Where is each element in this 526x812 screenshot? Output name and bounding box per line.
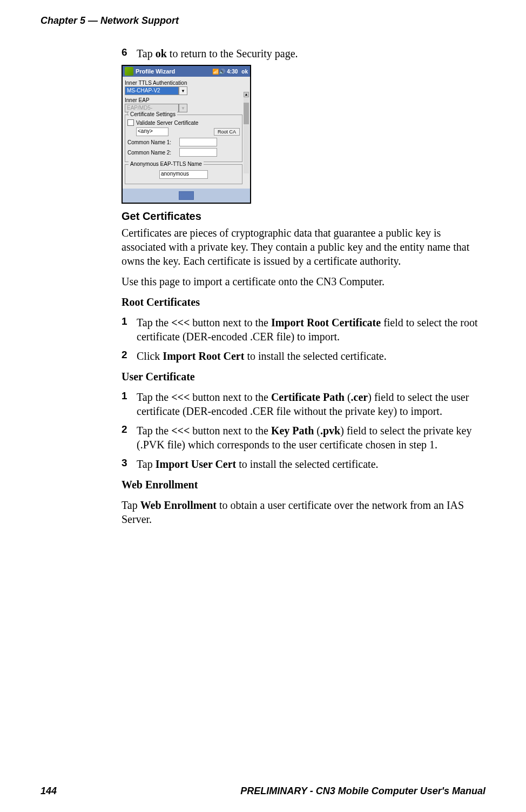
validate-label: Validate Server Certificate xyxy=(136,120,198,126)
get-certs-para1: Certificates are pieces of cryptographic… xyxy=(122,226,484,268)
scrollbar[interactable]: ▲ xyxy=(244,92,249,173)
txt: button next to the xyxy=(190,425,271,437)
cn2-row: Common Name 2: xyxy=(127,148,240,157)
cn1-row: Common Name 1: xyxy=(127,138,240,146)
list-item: 2 Click Import Root Cert to install the … xyxy=(122,349,484,363)
keyboard-icon[interactable] xyxy=(179,191,194,200)
txt: to install the selected certificate. xyxy=(244,350,386,362)
inner-ttls-value: MS-CHAP-V2 xyxy=(125,86,179,95)
dropdown-icon-disabled: ▼ xyxy=(179,104,187,112)
user-cert-list: 1 Tap the <<< button next to the Certifi… xyxy=(122,390,484,471)
txt: Tap xyxy=(137,458,156,470)
footer-title: PRELIMINARY - CN3 Mobile Computer User's… xyxy=(240,786,485,797)
txt: ( xyxy=(314,425,320,437)
step6-pre: Tap xyxy=(137,48,156,59)
page-number: 144 xyxy=(41,786,57,797)
list-text: Tap the <<< button next to the Key Path … xyxy=(137,424,484,452)
window-title: Profile Wizard xyxy=(136,68,175,75)
signal-icon: 📶 xyxy=(212,69,219,75)
txt-bold: <<< xyxy=(171,425,190,437)
profile-wizard-screenshot: Profile Wizard 📶 🔊 4:30 ok Inner TTLS Au… xyxy=(122,65,251,204)
root-certs-list: 1 Tap the <<< button next to the Import … xyxy=(122,316,484,363)
txt: button next to the xyxy=(190,317,271,328)
wizard-body: Inner TTLS Authentication MS-CHAP-V2 ▼ I… xyxy=(123,77,250,189)
txt-bold: Key Path xyxy=(271,425,314,437)
txt-bold: <<< xyxy=(171,317,190,328)
anon-legend: Anonymous EAP-TTLS Name xyxy=(129,161,204,167)
anon-input[interactable]: anonymous xyxy=(159,170,208,179)
list-item: 3 Tap Import User Cert to install the se… xyxy=(122,457,484,471)
scroll-up-icon[interactable]: ▲ xyxy=(244,92,249,97)
list-text: Tap the <<< button next to the Import Ro… xyxy=(137,316,484,344)
cn2-label: Common Name 2: xyxy=(127,150,176,156)
list-text: Click Import Root Cert to install the se… xyxy=(137,349,387,363)
titlebar: Profile Wizard 📶 🔊 4:30 ok xyxy=(123,66,250,77)
list-number: 1 xyxy=(122,316,131,344)
step-6: 6 Tap ok to return to the Security page. xyxy=(122,46,484,61)
web-enroll-para: Tap Web Enrollment to obtain a user cert… xyxy=(122,498,484,526)
anon-row: anonymous xyxy=(127,170,240,179)
bottom-bar xyxy=(123,189,250,203)
root-ca-button[interactable]: Root CA xyxy=(214,128,240,136)
list-item: 1 Tap the <<< button next to the Import … xyxy=(122,316,484,344)
list-text: Tap Import User Cert to install the sele… xyxy=(137,457,379,471)
validate-row[interactable]: Validate Server Certificate xyxy=(127,119,240,126)
web-enrollment-heading: Web Enrollment xyxy=(122,478,484,492)
validate-checkbox[interactable] xyxy=(127,119,134,126)
txt: Tap xyxy=(122,499,140,511)
page-header: Chapter 5 — Network Support xyxy=(41,15,179,26)
txt: Tap the xyxy=(137,425,171,437)
start-icon xyxy=(125,67,133,76)
any-row: <any> Root CA xyxy=(136,127,240,136)
cert-settings-legend: Certificate Settings xyxy=(129,111,177,117)
step-text: Tap ok to return to the Security page. xyxy=(137,46,298,61)
inner-ttls-select[interactable]: MS-CHAP-V2 ▼ xyxy=(125,86,242,95)
clock: 4:30 xyxy=(227,69,238,75)
any-input[interactable]: <any> xyxy=(136,127,168,136)
volume-icon: 🔊 xyxy=(219,69,225,75)
get-certificates-heading: Get Certificates xyxy=(122,210,484,223)
txt: Tap the xyxy=(137,391,171,403)
get-certs-para2: Use this page to import a certificate on… xyxy=(122,274,484,288)
txt-bold: Import User Cert xyxy=(156,458,237,470)
step-number: 6 xyxy=(122,46,131,61)
txt: ( xyxy=(345,391,351,403)
txt-bold: Certificate Path xyxy=(271,391,345,403)
cert-settings-fieldset: Certificate Settings Validate Server Cer… xyxy=(125,115,242,162)
txt-bold: <<< xyxy=(171,391,190,403)
dropdown-icon[interactable]: ▼ xyxy=(179,86,187,95)
step6-bold: ok xyxy=(156,48,167,59)
txt: to install the selected certificate. xyxy=(236,458,378,470)
list-item: 1 Tap the <<< button next to the Certifi… xyxy=(122,390,484,418)
root-certs-heading: Root Certificates xyxy=(122,295,484,309)
txt-bold: .pvk xyxy=(320,425,340,437)
step6-post: to return to the Security page. xyxy=(167,48,298,59)
inner-eap-label: Inner EAP xyxy=(125,97,242,103)
txt-bold: Import Root Cert xyxy=(163,350,244,362)
ok-button[interactable]: ok xyxy=(241,69,248,75)
list-number: 2 xyxy=(122,349,131,363)
txt-bold: Import Root Certificate xyxy=(271,317,381,328)
cn2-input[interactable] xyxy=(179,148,217,157)
scroll-thumb[interactable] xyxy=(244,103,249,124)
anon-fieldset: Anonymous EAP-TTLS Name anonymous xyxy=(125,164,242,184)
content-area: 6 Tap ok to return to the Security page.… xyxy=(122,46,484,533)
list-item: 2 Tap the <<< button next to the Key Pat… xyxy=(122,424,484,452)
txt-bold: Web Enrollment xyxy=(140,499,217,511)
list-text: Tap the <<< button next to the Certifica… xyxy=(137,390,484,418)
list-number: 3 xyxy=(122,457,131,471)
txt: button next to the xyxy=(190,391,271,403)
user-cert-heading: User Certificate xyxy=(122,370,484,384)
cn1-label: Common Name 1: xyxy=(127,139,176,145)
txt: Click xyxy=(137,350,163,362)
inner-ttls-label: Inner TTLS Authentication xyxy=(125,80,242,86)
list-number: 1 xyxy=(122,390,131,418)
cn1-input[interactable] xyxy=(179,138,217,146)
txt: Tap the xyxy=(137,317,171,328)
list-number: 2 xyxy=(122,424,131,452)
page-footer: 144 PRELIMINARY - CN3 Mobile Computer Us… xyxy=(41,786,485,797)
txt-bold: .cer xyxy=(351,391,368,403)
